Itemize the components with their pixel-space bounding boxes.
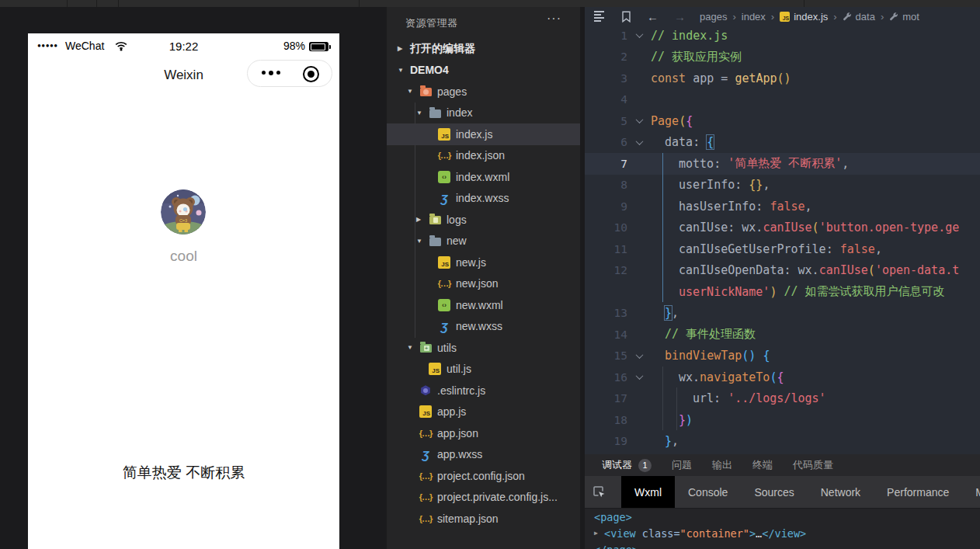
twisty-icon[interactable]: ▼ [407,88,419,95]
devtools-tab-me[interactable]: Me [962,476,980,508]
code-token: hasUserInfo [679,200,756,214]
exit-home-icon[interactable] [303,66,319,82]
breadcrumb-item-index[interactable]: index [742,11,766,23]
explorer-more-icon[interactable]: ··· [547,12,561,26]
breadcrumb-item-data[interactable]: data [843,11,875,23]
nav-back-icon[interactable]: ← [647,10,659,23]
fold-chevron-icon[interactable] [627,33,651,38]
code-line-10[interactable]: 10canIUse: wx.canIUse('button.open-type.… [585,217,980,239]
devtools-tab-network[interactable]: Network [808,476,874,508]
devtools-tab-sources[interactable]: Sources [741,476,807,508]
tree-item-app.wxss[interactable]: Ʒapp.wxss [387,444,580,466]
breadcrumb-item-mot[interactable]: mot [889,11,919,23]
tree-item-logs[interactable]: ▶logs [387,209,580,231]
tree-item-label: index [447,106,472,119]
tree-item-index.json[interactable]: {…}index.json [387,145,580,167]
tree-item-project.private.config.js...[interactable]: {…}project.private.config.js... [387,487,580,509]
tree-item-app.js[interactable]: JSapp.js [387,401,580,423]
code-line-16[interactable]: 16wx.navigateTo({ [585,367,980,388]
code-line-15[interactable]: 15bindViewTap() { [585,346,980,367]
fold-chevron-icon[interactable] [627,140,651,145]
wxml-tree-row[interactable]: ▶<view class="container">…</view> [585,525,980,541]
debugger-tab-问题[interactable]: 问题 [672,458,692,472]
tree-item-index.js[interactable]: JSindex.js [387,123,580,145]
code-token: ( [812,221,819,235]
js-file-icon: JS [438,128,450,141]
code-line-13[interactable]: 13}, [585,303,980,325]
tree-item-index.wxss[interactable]: Ʒindex.wxss [387,188,580,210]
tree-item-demo4[interactable]: ▼DEMO4 [387,60,580,82]
capsule-button[interactable] [247,60,332,87]
code-token: , [763,178,770,192]
code-line-17[interactable]: 17url: '../logs/logs' [585,388,980,410]
code-line-2[interactable]: 2// 获取应用实例 [585,47,980,68]
bookmark-icon[interactable] [621,11,631,23]
debugger-tab-调试器[interactable]: 调试器1 [602,458,652,472]
tree-item-new[interactable]: ▼new [387,231,580,252]
folder-icon [429,106,441,119]
breadcrumb-item-pages[interactable]: pages [700,11,727,23]
folder-icon [419,342,432,354]
phone-simulator: ●●●●● WeChat 19:22 98% Weixin [28,33,339,549]
tree-item-new.json[interactable]: {…}new.json [387,273,580,295]
twisty-icon[interactable]: ▼ [407,344,419,351]
battery-icon [309,42,328,51]
devtools-tab-console[interactable]: Console [675,476,741,508]
breadcrumb-item-index.js[interactable]: JSindex.js [780,11,828,23]
more-icon[interactable] [262,71,280,75]
code-line-4[interactable]: 4 [585,89,980,111]
tree-item-.eslintrc.js[interactable]: .eslintrc.js [387,380,580,401]
devtools-tab-performance[interactable]: Performance [874,476,962,508]
wxml-tree-row[interactable]: <page> [585,509,980,525]
twisty-icon[interactable]: ▶ [416,216,429,223]
code-line-wrap[interactable]: userNickName') // 如需尝试获取用户信息可改 [585,281,980,303]
tree-item-utils[interactable]: ▼utils [387,337,580,359]
tree-item-sitemap.json[interactable]: {…}sitemap.json [387,508,580,530]
tree-item-new.wxss[interactable]: Ʒnew.wxss [387,316,580,338]
fold-chevron-icon[interactable] [627,374,651,380]
code-line-5[interactable]: 5Page({ [585,110,980,132]
wxml-tree-row[interactable]: </page> [585,541,980,549]
folder-icon [429,214,441,226]
tree-item-util.js[interactable]: JSutil.js [387,359,580,380]
code-line-6[interactable]: 6data: { [585,132,980,154]
code-line-12[interactable]: 12canIUseOpenData: wx.canIUse('open-data… [585,260,980,282]
tree-item-new.js[interactable]: JSnew.js [387,252,580,273]
user-avatar-image[interactable]: C=3 [161,189,206,235]
devtools-tab-wxml[interactable]: Wxml [621,476,675,508]
code-line-14[interactable]: 14// 事件处理函数 [585,324,980,346]
line-number: 10 [585,221,627,234]
json-file-icon: {…} [419,427,432,440]
expand-arrow-icon[interactable]: ▶ [594,530,604,537]
twisty-icon[interactable]: ▼ [398,67,410,74]
code-line-1[interactable]: 1// index.js [585,25,980,47]
tree-item-index[interactable]: ▼index [387,103,580,124]
code-line-18[interactable]: 18}) [585,409,980,431]
fold-chevron-icon[interactable] [627,353,651,359]
code-line-3[interactable]: 3const app = getApp() [585,68,980,89]
code-line-8[interactable]: 8userInfo: {}, [585,175,980,196]
code-line-11[interactable]: 11canIUseGetUserProfile: false, [585,238,980,260]
tree-item-pages[interactable]: ▼pages [387,81,580,103]
twisty-icon[interactable]: ▼ [416,238,429,245]
debugger-tab-代码质量[interactable]: 代码质量 [793,458,833,472]
code-line-9[interactable]: 9hasUserInfo: false, [585,196,980,217]
debugger-tab-输出[interactable]: 输出 [712,458,732,472]
twisty-icon[interactable]: ▼ [416,109,429,116]
fold-chevron-icon[interactable] [627,118,651,123]
code-line-19[interactable]: 19}, [585,431,980,453]
code-line-7[interactable]: 7motto: '简单热爱 不断积累', [585,153,980,175]
tree-item-label: utils [437,342,457,354]
wxml-token [636,527,642,540]
twisty-icon[interactable]: ▶ [398,45,410,52]
tree-item-project.config.json[interactable]: {…}project.config.json [387,465,580,487]
tree-item-app.json[interactable]: {…}app.json [387,422,580,444]
outline-icon[interactable] [594,11,604,22]
debugger-tab-终端[interactable]: 终端 [752,458,773,472]
nav-forward-icon[interactable]: → [674,10,686,23]
tree-item--[interactable]: ▶打开的编辑器 [387,38,580,60]
inspect-element-icon[interactable] [593,485,606,499]
tree-item-new.wxml[interactable]: ‹›new.wxml [387,294,580,316]
tree-item-index.wxml[interactable]: ‹›index.wxml [387,166,580,188]
breadcrumb-label: index [742,11,766,23]
